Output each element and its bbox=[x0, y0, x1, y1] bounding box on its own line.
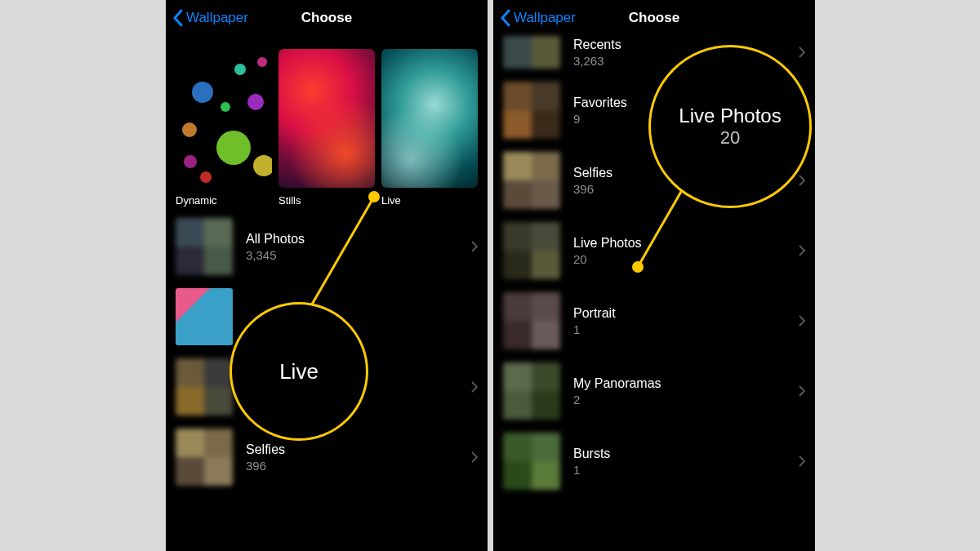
chevron-right-icon bbox=[799, 455, 805, 467]
chevron-right-icon bbox=[799, 315, 805, 327]
album-thumb bbox=[176, 358, 233, 415]
dynamic-thumb bbox=[176, 49, 272, 188]
album-row[interactable]: Favorites 9 bbox=[493, 75, 815, 145]
album-row[interactable]: Favorites 9 bbox=[166, 352, 488, 422]
album-name: Live Photos bbox=[573, 236, 792, 251]
live-thumb bbox=[381, 49, 478, 188]
album-count: 9 bbox=[573, 110, 792, 126]
chevron-left-icon bbox=[500, 9, 510, 27]
album-row[interactable] bbox=[166, 282, 488, 352]
nav-bar: Wallpaper Choose bbox=[166, 0, 488, 36]
album-name: All Photos bbox=[246, 232, 465, 247]
album-count: 396 bbox=[246, 457, 465, 473]
category-label: Live bbox=[381, 188, 478, 207]
album-row[interactable]: Bursts 1 bbox=[493, 426, 815, 496]
chevron-right-icon bbox=[471, 241, 478, 252]
album-thumb bbox=[503, 433, 560, 490]
stills-thumb bbox=[278, 49, 375, 188]
chevron-right-icon bbox=[471, 381, 478, 393]
chevron-right-icon bbox=[799, 245, 805, 256]
album-count: 3,263 bbox=[573, 52, 792, 68]
album-thumb bbox=[503, 152, 560, 209]
album-row[interactable]: Selfies 396 bbox=[166, 422, 488, 492]
chevron-right-icon bbox=[799, 385, 805, 397]
back-label: Wallpaper bbox=[186, 10, 248, 26]
album-row[interactable]: Portrait 1 bbox=[493, 286, 815, 356]
album-name: Selfies bbox=[246, 442, 465, 457]
album-thumb bbox=[503, 292, 560, 349]
album-thumb bbox=[176, 429, 233, 486]
back-button[interactable]: Wallpaper bbox=[500, 9, 576, 27]
album-thumb bbox=[503, 82, 560, 139]
album-thumb bbox=[176, 288, 233, 345]
chevron-right-icon bbox=[471, 451, 478, 463]
album-name: Favorites bbox=[246, 372, 465, 387]
album-list: Recents 3,263 Favorites 9 bbox=[493, 36, 815, 496]
nav-bar: Wallpaper Choose bbox=[493, 0, 815, 36]
category-row: Dynamic Stills Live bbox=[166, 36, 488, 207]
chevron-right-icon bbox=[799, 175, 805, 186]
back-label: Wallpaper bbox=[514, 10, 576, 26]
album-count: 3,345 bbox=[246, 247, 465, 262]
category-dynamic[interactable]: Dynamic bbox=[176, 49, 272, 207]
album-name: My Panoramas bbox=[573, 376, 792, 391]
category-stills[interactable]: Stills bbox=[278, 49, 375, 207]
album-row[interactable]: Selfies 396 bbox=[493, 145, 815, 216]
album-count: 396 bbox=[573, 180, 792, 196]
album-name: Bursts bbox=[573, 447, 792, 461]
album-count: 1 bbox=[573, 461, 792, 477]
album-name: Portrait bbox=[573, 306, 792, 321]
album-row[interactable]: All Photos 3,345 bbox=[166, 211, 488, 282]
chevron-right-icon bbox=[799, 47, 805, 58]
album-count bbox=[246, 316, 465, 318]
album-row[interactable]: Recents 3,263 bbox=[493, 36, 815, 75]
right-phone: Wallpaper Choose Recents 3,263 bbox=[493, 0, 815, 551]
album-name: Favorites bbox=[573, 96, 792, 110]
album-count: 9 bbox=[246, 387, 465, 402]
album-name: Recents bbox=[573, 38, 792, 52]
album-count: 1 bbox=[573, 321, 792, 336]
category-label: Stills bbox=[278, 188, 375, 207]
album-count: 2 bbox=[573, 391, 792, 407]
chevron-right-icon bbox=[799, 104, 805, 116]
album-name: Selfies bbox=[573, 166, 792, 180]
album-list: All Photos 3,345 bbox=[166, 207, 488, 492]
back-button[interactable]: Wallpaper bbox=[172, 9, 248, 27]
album-row-live-photos[interactable]: Live Photos 20 bbox=[493, 216, 815, 286]
category-label: Dynamic bbox=[176, 188, 272, 207]
album-thumb bbox=[503, 222, 560, 279]
album-thumb bbox=[503, 36, 560, 69]
chevron-left-icon bbox=[172, 9, 183, 27]
category-live[interactable]: Live bbox=[381, 49, 478, 207]
album-thumb bbox=[176, 218, 233, 275]
album-thumb bbox=[503, 362, 560, 420]
left-phone: Wallpaper Choose Dynamic bbox=[166, 0, 488, 551]
album-row[interactable]: My Panoramas 2 bbox=[493, 356, 815, 426]
album-count: 20 bbox=[573, 251, 792, 266]
